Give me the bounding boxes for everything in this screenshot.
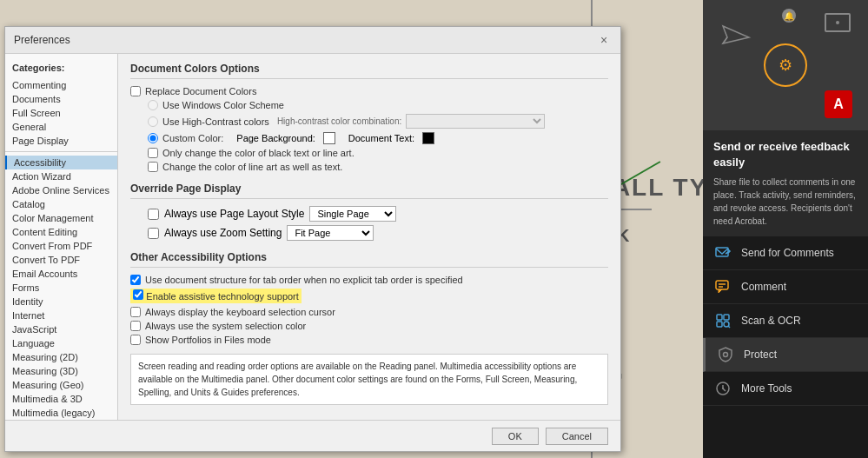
sidebar-item-measuringgeo[interactable]: Measuring (Geo): [5, 378, 117, 392]
sidebar-item-pagedisplay[interactable]: Page Display: [5, 134, 117, 148]
sidebar-item-actionwizard[interactable]: Action Wizard: [5, 169, 117, 183]
sidebar-item-accessibility[interactable]: Accessibility: [5, 156, 117, 169]
only-black-label: Only change the color of black text or l…: [162, 148, 354, 158]
sidebar-item-forms[interactable]: Forms: [5, 281, 117, 295]
system-selection-checkbox[interactable]: [130, 321, 141, 331]
categories-header: Categories:: [5, 59, 117, 78]
sidebar-item-multimedia3d[interactable]: Multimedia & 3D: [5, 392, 117, 406]
sidebar-item-identity[interactable]: Identity: [5, 295, 117, 309]
sidebar-item-internet[interactable]: Internet: [5, 309, 117, 322]
page-background-label: Page Background:: [236, 133, 315, 143]
illus-acrobat-logo: A: [825, 90, 852, 118]
sidebar-item-convertfrom[interactable]: Convert From PDF: [5, 239, 117, 253]
menu-item-scan-ocr[interactable]: Scan & OCR: [703, 304, 868, 338]
illus-device-icon: [825, 13, 851, 32]
page-layout-row: Always use Page Layout Style Single Page: [148, 206, 608, 222]
keyboard-selection-checkbox[interactable]: [130, 307, 141, 317]
menu-label-comment: Comment: [741, 281, 786, 293]
doc-structure-checkbox[interactable]: [130, 275, 141, 285]
preferences-dialog: Preferences × Categories: Commenting Doc…: [4, 26, 621, 452]
assistive-tech-checkbox[interactable]: [133, 289, 143, 300]
main-content: Document Colors Options Replace Document…: [118, 54, 620, 450]
sidebar-item-fullscreen[interactable]: Full Screen: [5, 106, 117, 120]
menu-item-send-comments[interactable]: Send for Comments: [703, 236, 868, 270]
sidebar-item-commenting[interactable]: Commenting: [5, 78, 117, 92]
scan-ocr-icon: [713, 311, 732, 330]
cancel-button[interactable]: Cancel: [546, 428, 608, 445]
page-layout-select[interactable]: Single Page: [309, 206, 396, 222]
sidebar-item-measuring2d[interactable]: Measuring (2D): [5, 350, 117, 364]
windows-color-radio[interactable]: [148, 100, 158, 110]
accessibility-section: Other Accessibility Options Use document…: [130, 251, 608, 405]
assistive-tech-highlight: Enable assistive technology support: [130, 289, 301, 303]
change-line-label: Change the color of line art as well as …: [162, 162, 342, 172]
only-black-checkbox[interactable]: [148, 148, 158, 158]
portfolios-row: Show Portfolios in Files mode: [130, 335, 608, 345]
more-tools-icon: [713, 379, 732, 398]
replace-colors-checkbox[interactable]: [130, 86, 141, 96]
portfolios-checkbox[interactable]: [130, 335, 141, 345]
svg-rect-4: [716, 281, 728, 289]
sidebar-item-measuring3d[interactable]: Measuring (3D): [5, 364, 117, 378]
comment-icon: [713, 277, 732, 296]
hi-contrast-label2: High-contrast color combination:: [277, 116, 401, 126]
dialog-title: Preferences: [14, 34, 70, 46]
replace-colors-row: Replace Document Colors: [130, 86, 608, 96]
dialog-titlebar: Preferences ×: [5, 27, 620, 54]
sidebar-item-multimedialegacy[interactable]: Multimedia (legacy): [5, 406, 117, 420]
section2-title: Override Page Display: [130, 183, 608, 199]
dialog-body: Categories: Commenting Documents Full Sc…: [5, 54, 620, 450]
menu-label-protect: Protect: [744, 348, 777, 361]
document-text-label: Document Text:: [348, 133, 414, 143]
sidebar-item-colormgmt[interactable]: Color Management: [5, 211, 117, 225]
menu-label-scan-ocr: Scan & OCR: [741, 315, 801, 327]
sidebar-item-general[interactable]: General: [5, 120, 117, 134]
svg-rect-7: [717, 315, 722, 320]
svg-rect-8: [724, 315, 729, 320]
info-box: Screen reading and reading order options…: [130, 354, 608, 405]
keyboard-selection-label: Always display the keyboard selection cu…: [145, 307, 335, 317]
illus-paper-plane: [719, 22, 753, 59]
dialog-close-button[interactable]: ×: [596, 32, 612, 48]
sidebar-item-convertto[interactable]: Convert To PDF: [5, 253, 117, 267]
send-comments-icon: [713, 243, 732, 262]
menu-item-protect[interactable]: Protect: [703, 338, 868, 372]
right-panel: × ⚙ A 🔔 Send or receive feedback easily …: [703, 0, 868, 458]
svg-rect-2: [716, 248, 728, 256]
page-background-color-box[interactable]: [323, 132, 335, 144]
doc-structure-label: Use document structure for tab order whe…: [145, 275, 463, 285]
zoom-select[interactable]: Fit Page: [287, 225, 374, 241]
panel-feedback-text: Share file to collect comments in one pl…: [703, 176, 868, 236]
keyboard-selection-row: Always display the keyboard selection cu…: [130, 307, 608, 317]
change-line-checkbox[interactable]: [148, 162, 158, 172]
zoom-checkbox[interactable]: [148, 228, 159, 239]
ok-button[interactable]: OK: [492, 428, 539, 445]
page-layout-checkbox[interactable]: [148, 209, 159, 220]
sidebar-item-language[interactable]: Language: [5, 336, 117, 350]
windows-color-row: Use Windows Color Scheme: [148, 100, 608, 110]
sidebar-item-catalog[interactable]: Catalog: [5, 197, 117, 211]
hi-contrast-radio[interactable]: [148, 116, 158, 127]
categories-sidebar: Categories: Commenting Documents Full Sc…: [5, 54, 118, 450]
sidebar-item-javascript[interactable]: JavaScript: [5, 322, 117, 336]
assistive-tech-label: Enable assistive technology support: [146, 291, 299, 302]
svg-line-11: [728, 326, 730, 328]
sidebar-item-adobeonline[interactable]: Adobe Online Services: [5, 183, 117, 197]
illus-bell-icon: 🔔: [782, 9, 796, 23]
custom-color-radio[interactable]: [148, 133, 158, 143]
menu-item-more-tools[interactable]: More Tools: [703, 372, 868, 406]
change-line-row: Change the color of line art as well as …: [148, 162, 608, 172]
section1-title: Document Colors Options: [130, 63, 608, 79]
sidebar-item-documents[interactable]: Documents: [5, 92, 117, 106]
menu-label-more-tools: More Tools: [741, 382, 792, 395]
override-section: Override Page Display Always use Page La…: [130, 183, 608, 241]
svg-point-16: [722, 388, 724, 389]
menu-item-comment[interactable]: Comment: [703, 270, 868, 304]
document-text-color-box[interactable]: [422, 132, 434, 144]
assistive-tech-row: Enable assistive technology support: [130, 289, 608, 303]
sidebar-item-contentediting[interactable]: Content Editing: [5, 225, 117, 239]
sidebar-item-emailaccounts[interactable]: Email Accounts: [5, 267, 117, 281]
panel-feedback-title: Send or receive feedback easily: [703, 130, 868, 176]
system-selection-label: Always use the system selection color: [145, 321, 306, 331]
hi-contrast-select[interactable]: [406, 114, 545, 129]
